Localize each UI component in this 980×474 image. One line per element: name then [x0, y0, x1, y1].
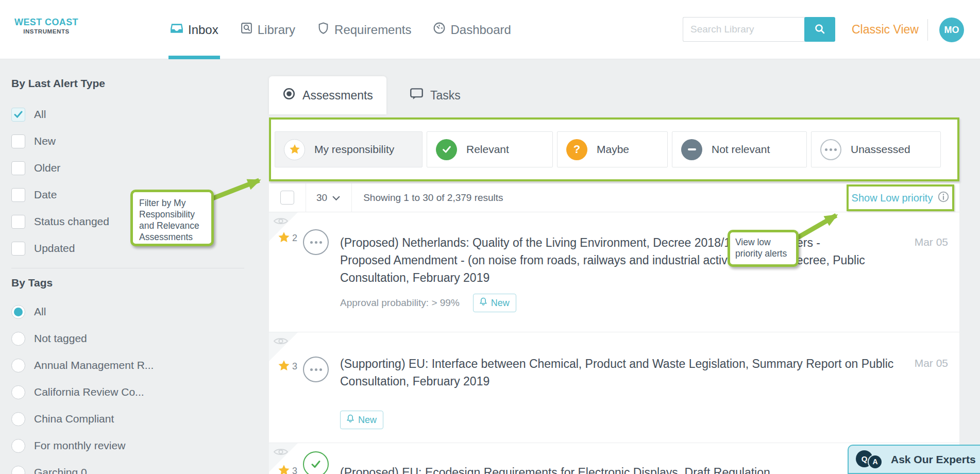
nav-item-requirements[interactable]: Requirements — [317, 0, 411, 59]
tab-tasks[interactable]: Tasks — [410, 88, 461, 104]
bell-icon — [480, 297, 487, 309]
page-size-value: 30 — [316, 192, 327, 204]
tab-assessments-label: Assessments — [302, 89, 373, 103]
dashboard-gauge-icon — [433, 22, 446, 38]
result-title[interactable]: (Supporting) EU: Interface between Chemi… — [340, 355, 897, 390]
assessment-menu-button[interactable] — [303, 229, 329, 255]
assessment-relevant-button[interactable] — [303, 451, 329, 474]
nav-item-inbox[interactable]: Inbox — [170, 0, 218, 59]
tab-tasks-label: Tasks — [430, 89, 461, 103]
search-input[interactable] — [683, 17, 805, 42]
tag-option-label: For monthly review — [34, 439, 125, 452]
filter-relevant[interactable]: Relevant — [427, 131, 553, 167]
checkbox[interactable] — [11, 242, 25, 256]
alert-option-label: Updated — [34, 242, 75, 255]
assessment-menu-button[interactable] — [303, 357, 329, 382]
select-all-checkbox[interactable] — [280, 191, 294, 205]
priority-stars: 3 — [277, 464, 297, 474]
nav-divider — [927, 19, 928, 41]
minus-circle-icon — [681, 139, 702, 160]
filter-not-relevant[interactable]: Not relevant — [672, 131, 807, 167]
tag-option-garching[interactable]: Garching 0 — [11, 459, 246, 474]
radio[interactable] — [11, 359, 25, 373]
tag-option-label: Not tagged — [34, 332, 87, 345]
tab-assessments[interactable]: Assessments — [269, 76, 386, 114]
qa-bubbles-icon: Q A — [856, 449, 884, 470]
tag-option-label: Garching 0 — [34, 466, 87, 474]
star-icon — [277, 359, 291, 375]
alert-type-title: By Last Alert Type — [11, 77, 246, 94]
filter-label: My responsibility — [314, 143, 394, 156]
chevron-down-icon — [332, 192, 340, 204]
checkbox[interactable] — [11, 161, 25, 175]
filter-maybe[interactable]: ? Maybe — [557, 131, 668, 167]
search-button[interactable] — [804, 17, 835, 42]
tag-option-label: All — [34, 306, 46, 318]
ask-our-experts-label: Ask Our Experts — [891, 453, 976, 466]
classic-view-link[interactable]: Classic View — [852, 0, 919, 59]
checkbox-checked[interactable] — [11, 108, 25, 122]
tag-option-all[interactable]: All — [11, 298, 246, 325]
tag-option-china-compliant[interactable]: China Compliant — [11, 405, 246, 432]
tag-option-not-tagged[interactable]: Not tagged — [11, 325, 246, 352]
radio[interactable] — [11, 412, 25, 426]
radio-selected[interactable] — [11, 305, 25, 319]
eye-icon — [273, 447, 289, 459]
target-icon — [282, 87, 296, 104]
brand-line1: WEST COAST — [13, 17, 79, 28]
checkbox[interactable] — [11, 188, 25, 202]
nav-label-dashboard: Dashboard — [450, 23, 511, 37]
radio[interactable] — [11, 466, 25, 474]
ellipsis-icon — [310, 368, 322, 371]
filter-my-responsibility[interactable]: My responsibility — [275, 131, 423, 167]
alert-option-all[interactable]: All — [11, 101, 246, 128]
result-date: Mar 05 — [915, 236, 948, 248]
nav-item-dashboard[interactable]: Dashboard — [433, 0, 511, 59]
new-badge: New — [340, 411, 383, 429]
eye-icon — [273, 336, 289, 348]
checkbox[interactable] — [11, 134, 25, 148]
alert-option-label: New — [34, 135, 56, 147]
inbox-icon — [170, 22, 183, 38]
tag-option-california-review[interactable]: California Review Co... — [11, 379, 246, 405]
show-low-priority-highlight: Show Low priority — [847, 184, 954, 211]
radio[interactable] — [11, 332, 25, 346]
filter-unassessed[interactable]: Unassessed — [811, 131, 941, 167]
page-size-dropdown[interactable]: 30 — [316, 192, 340, 204]
ask-our-experts-widget[interactable]: Q A Ask Our Experts — [848, 445, 980, 474]
alert-option-new[interactable]: New — [11, 128, 246, 155]
result-date: Mar 05 — [915, 357, 948, 369]
star-count: 2 — [292, 233, 297, 244]
tag-option-monthly-review[interactable]: For monthly review — [11, 432, 246, 459]
filter-label: Maybe — [597, 143, 629, 156]
radio[interactable] — [11, 385, 25, 399]
check-circle-icon — [436, 139, 457, 160]
a-bubble: A — [868, 454, 883, 469]
star-circle-icon — [284, 139, 305, 160]
radio[interactable] — [11, 439, 25, 453]
result-row-2[interactable]: 3 (Supporting) EU: Interface between Che… — [269, 332, 959, 443]
search-bar — [683, 17, 835, 42]
assessment-filterbar-highlight: My responsibility Relevant ? Maybe Not r… — [269, 117, 959, 181]
toolbar-divider — [306, 183, 306, 212]
results-list: 2 (Proposed) Netherlands: Quality of the… — [269, 212, 959, 474]
callout-filter-tip: Filter by My Responsibility and Relevanc… — [130, 190, 214, 246]
star-icon — [277, 464, 291, 474]
tag-option-label: California Review Co... — [34, 386, 144, 398]
nav-item-library[interactable]: Library — [240, 0, 295, 59]
alert-option-label: Older — [34, 162, 60, 174]
new-badge: New — [473, 294, 516, 312]
library-icon — [240, 22, 253, 38]
info-icon[interactable] — [938, 191, 949, 205]
new-badge-label: New — [358, 415, 377, 426]
show-low-priority-link[interactable]: Show Low priority — [852, 192, 933, 204]
avatar[interactable]: MO — [939, 18, 964, 42]
brand-logo[interactable]: WEST COAST INSTRUMENTS — [13, 17, 79, 35]
star-count: 3 — [292, 361, 297, 372]
nav-label-requirements: Requirements — [334, 23, 411, 37]
checkbox[interactable] — [11, 215, 25, 229]
content-tabs: Assessments Tasks — [269, 76, 461, 114]
result-title[interactable]: (Proposed) EU: Ecodesign Requirements fo… — [340, 464, 897, 474]
tags-list: All Not tagged Annual Management R... Ca… — [11, 298, 246, 474]
tag-option-annual-management[interactable]: Annual Management R... — [11, 352, 246, 379]
